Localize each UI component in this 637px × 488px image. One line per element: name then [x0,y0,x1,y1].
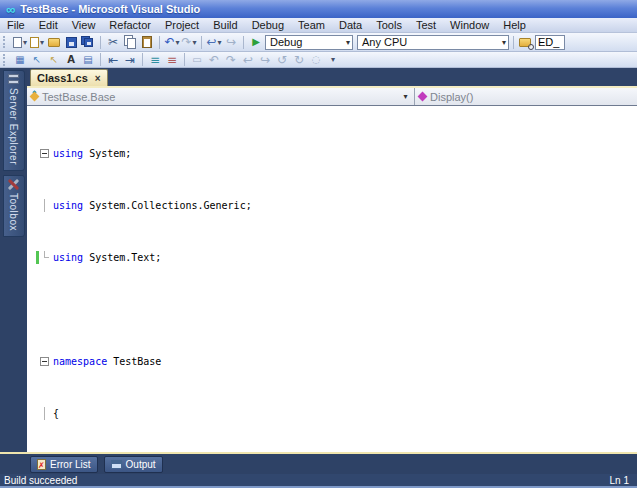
code-surface[interactable]: using System; using System.Collections.G… [27,106,637,452]
toolbar-grip[interactable] [3,54,8,66]
visual-studio-window: ∞ TestBase - Microsoft Visual Studio Fil… [0,0,637,488]
menu-bar: File Edit View Refactor Project Build De… [0,18,637,33]
menu-tools[interactable]: Tools [369,19,409,31]
code-line-6: { [27,407,637,420]
code-token: using [53,148,83,159]
font-style-icon[interactable]: A [63,52,79,68]
code-line-1: using System; [27,147,637,160]
toolbar-separator [243,36,244,49]
navigate-pointer-icon[interactable]: ↖ [29,52,45,68]
error-list-label: Error List [50,459,91,470]
previous-bookmark-icon[interactable]: ↶ [206,52,222,68]
paste-icon[interactable] [139,34,155,50]
menu-build[interactable]: Build [206,19,244,31]
next-bookmark-icon[interactable]: ↷ [223,52,239,68]
code-token: System.Collections.Generic; [83,200,252,211]
code-token: TestBase [107,356,161,367]
code-token: namespace [53,356,107,367]
code-token: System; [83,148,131,159]
menu-project[interactable]: Project [158,19,206,31]
comment-lines-icon[interactable]: ≡ [147,52,163,68]
toolbar-overflow-icon[interactable]: ▾ [325,52,341,68]
fold-collapse-icon[interactable] [40,149,49,158]
types-combobox[interactable]: TestBase.Base ▾ [27,88,415,105]
tab-close-icon[interactable]: × [95,73,101,84]
increase-indent-icon[interactable]: ⇥ [122,52,138,68]
output-button[interactable]: Output [104,456,163,473]
toolbar-separator [184,53,185,66]
redo-icon[interactable]: ↷▾ [181,34,197,50]
decrease-indent-icon[interactable]: ⇤ [105,52,121,68]
sidebar-tab-toolbox[interactable]: Toolbox [3,175,25,237]
code-editor[interactable]: using System; using System.Collections.G… [27,106,637,452]
error-list-button[interactable]: ✗ Error List [30,456,98,473]
class-icon [30,92,40,102]
members-combobox[interactable]: Display() [415,88,637,105]
cut-icon[interactable]: ✂ [105,34,121,50]
method-icon [418,92,428,102]
find-in-files-icon[interactable] [518,34,534,50]
navigate-backward-icon[interactable]: ↩▾ [206,34,222,50]
code-line-2: using System.Collections.Generic; [27,199,637,212]
toolbar-separator [513,36,514,49]
status-message: Build succeeded [4,475,77,486]
chevron-down-icon[interactable]: ▾ [399,90,412,103]
toolbar-grip[interactable] [3,36,8,48]
title-bar: ∞ TestBase - Microsoft Visual Studio [0,0,637,18]
document-area: Class1.cs × TestBase.Base ▾ Display() us… [27,68,637,452]
menu-debug[interactable]: Debug [245,19,291,31]
start-debug-icon[interactable]: ▶ [248,34,264,50]
clear-bookmarks-icon[interactable]: ◌ [308,52,324,68]
next-bookmark-doc-icon[interactable]: ↻ [291,52,307,68]
prev-bookmark-folder-icon[interactable]: ↩ [240,52,256,68]
next-bookmark-folder-icon[interactable]: ↪ [257,52,273,68]
bookmark-icon[interactable]: ▭ [189,52,205,68]
docked-panel-bar: ✗ Error List Output [0,452,637,474]
toolbox-icon [8,179,19,190]
add-item-icon[interactable]: ▾ [29,34,45,50]
sidebar-tab-label: Toolbox [8,193,19,231]
tab-class1-cs[interactable]: Class1.cs × [30,69,108,86]
menu-edit[interactable]: Edit [32,19,65,31]
find-input[interactable] [535,35,565,50]
server-explorer-icon [8,74,19,85]
document-tab-strip: Class1.cs × [27,68,637,88]
type-name: TestBase.Base [42,91,115,103]
toolbar-separator [100,36,101,49]
menu-window[interactable]: Window [443,19,496,31]
menu-help[interactable]: Help [496,19,533,31]
debug-config-combobox[interactable]: Debug▾ [265,35,353,50]
platform-combobox[interactable]: Any CPU▾ [357,35,509,50]
sidebar-tab-server-explorer[interactable]: Server Explorer [3,70,25,171]
code-token: System.Text; [83,252,161,263]
select-pointer-icon[interactable]: ↖ [46,52,62,68]
prev-bookmark-doc-icon[interactable]: ↺ [274,52,290,68]
navigate-forward-icon[interactable]: ↪ [223,34,239,50]
code-token: { [53,408,59,419]
menu-test[interactable]: Test [409,19,443,31]
uncomment-lines-icon[interactable]: ≡ [164,52,180,68]
menu-data[interactable]: Data [332,19,369,31]
copy-icon[interactable] [122,34,138,50]
left-dock-strip: Server Explorer Toolbox [0,68,27,452]
menu-file[interactable]: File [0,19,32,31]
member-name: Display() [430,91,473,103]
display-window-icon[interactable]: ▦ [12,52,28,68]
open-folder-icon[interactable] [46,34,62,50]
undo-icon[interactable]: ↶▾ [164,34,180,50]
fold-collapse-icon[interactable] [40,357,49,366]
standard-toolbar: ▾ ▾ ✂ ↶▾ ↷▾ ↩▾ ↪ ▶ Debug▾ Any CPU▾ [0,33,637,52]
toolbar-separator [100,53,101,66]
new-project-icon[interactable]: ▾ [12,34,28,50]
save-all-icon[interactable] [80,34,96,50]
code-line-4 [27,303,637,316]
code-token: using [53,200,83,211]
properties-window-icon[interactable]: ▤ [80,52,96,68]
navigation-bar: TestBase.Base ▾ Display() [27,88,637,106]
save-icon[interactable] [63,34,79,50]
menu-team[interactable]: Team [291,19,332,31]
menu-view[interactable]: View [65,19,103,31]
line-indicator: Ln 1 [610,475,629,486]
menu-refactor[interactable]: Refactor [102,19,158,31]
error-list-icon: ✗ [37,459,46,470]
